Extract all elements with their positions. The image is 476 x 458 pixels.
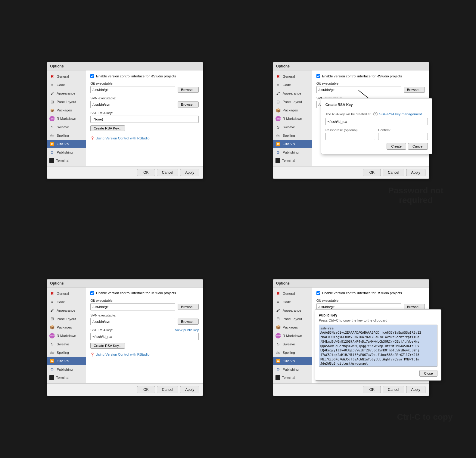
pane-layout-icon-3: ⊞ xyxy=(49,316,55,322)
sidebar-4-publishing[interactable]: ⚙ Publishing xyxy=(273,365,312,374)
sidebar-3-pane-layout[interactable]: ⊞ Pane Layout xyxy=(47,315,86,323)
sidebar-2-code[interactable]: ≡ Code xyxy=(273,81,312,89)
sidebar-3-sweave[interactable]: S Sweave xyxy=(47,340,86,348)
sidebar-4-terminal[interactable]: Terminal xyxy=(273,374,312,382)
sidebar-4-appearance[interactable]: 🖌 Appearance xyxy=(273,306,312,315)
sidebar-4-git-svn[interactable]: 🔀 Git/SVN xyxy=(273,357,312,365)
create-rsa-create-button[interactable]: Create xyxy=(387,143,406,150)
sidebar-item-appearance[interactable]: 🖌 Appearance xyxy=(47,89,86,98)
create-rsa-key-btn-3[interactable]: Create RSA Key... xyxy=(90,343,125,349)
svn-browse-button[interactable]: Browse... xyxy=(178,101,199,107)
create-rsa-key-button[interactable]: Create RSA Key... xyxy=(90,125,125,131)
cancel-button-2[interactable]: Cancel xyxy=(383,169,404,176)
dialog-footer-1: OK Cancel Apply xyxy=(47,166,203,179)
general-icon-2: R xyxy=(275,74,281,79)
cancel-button-1[interactable]: Cancel xyxy=(157,169,178,176)
sidebar-2-r-markdown[interactable]: Rmd R Markdown xyxy=(273,114,312,123)
svn-executable-input[interactable] xyxy=(90,101,175,108)
sidebar-3-terminal[interactable]: Terminal xyxy=(47,374,86,382)
ok-button-1[interactable]: OK xyxy=(137,169,155,176)
sidebar-2-publishing[interactable]: ⚙ Publishing xyxy=(273,148,312,157)
ssh-rsa-management-link[interactable]: SSH/RSA key management xyxy=(379,112,422,116)
using-vc-link[interactable]: Using Version Control with RStudio xyxy=(96,136,150,140)
using-vc-link-3[interactable]: Using Version Control with RStudio xyxy=(96,353,150,356)
pubkey-textarea[interactable]: ssh-rsa AAAAB3NzaC1yc2EAAAADAQABAAABAQD … xyxy=(319,325,437,367)
sidebar-2-general[interactable]: R General xyxy=(273,72,312,81)
sidebar-item-pane-layout[interactable]: ⊞ Pane Layout xyxy=(47,98,86,106)
git-browse-button[interactable]: Browse... xyxy=(178,87,199,93)
ok-button-2[interactable]: OK xyxy=(363,169,381,176)
sidebar-item-general[interactable]: R General xyxy=(47,72,86,81)
git-executable-label: Git executable: xyxy=(90,82,199,85)
sidebar-label-appearance: Appearance xyxy=(57,92,75,95)
enable-vcs-checkbox-4[interactable] xyxy=(316,291,320,295)
sidebar-3-appearance[interactable]: 🖌 Appearance xyxy=(47,306,86,315)
git-executable-input[interactable] xyxy=(90,86,175,93)
sidebar-item-spelling[interactable]: abc Spelling xyxy=(47,131,86,140)
sidebar-3-git-svn[interactable]: 🔀 Git/SVN xyxy=(47,357,86,365)
enable-vcs-checkbox-3[interactable] xyxy=(90,291,94,295)
sidebar-3-general[interactable]: R General xyxy=(47,289,86,298)
apply-button-4[interactable]: Apply xyxy=(406,386,425,393)
sidebar-item-code[interactable]: ≡ Code xyxy=(47,81,86,89)
r-markdown-icon: Rmd xyxy=(49,116,55,121)
git-input-3[interactable] xyxy=(90,303,175,310)
sidebar-2-sweave[interactable]: S Sweave xyxy=(273,123,312,131)
sidebar-item-publishing[interactable]: ⚙ Publishing xyxy=(47,148,86,157)
enable-vcs-checkbox[interactable] xyxy=(90,74,94,78)
sidebar-3-publishing[interactable]: ⚙ Publishing xyxy=(47,365,86,374)
enable-vcs-checkbox-2[interactable] xyxy=(316,74,320,78)
sidebar-2-appearance[interactable]: 🖌 Appearance xyxy=(273,89,312,98)
sidebar-2-pane-layout[interactable]: ⊞ Pane Layout xyxy=(273,98,312,106)
help-icon[interactable]: ? xyxy=(373,112,378,116)
sweave-icon: S xyxy=(49,124,55,130)
ssh-rsa-key-input[interactable] xyxy=(90,116,199,123)
sidebar-3-r-markdown[interactable]: Rmd R Markdown xyxy=(47,332,86,340)
apply-button-1[interactable]: Apply xyxy=(180,169,199,176)
sidebar-item-sweave[interactable]: S Sweave xyxy=(47,123,86,131)
cancel-button-4[interactable]: Cancel xyxy=(383,386,404,393)
git-input-2[interactable] xyxy=(316,86,401,93)
git-browse-3[interactable]: Browse... xyxy=(178,304,199,310)
ok-button-3[interactable]: OK xyxy=(137,386,155,393)
sidebar-4-spelling[interactable]: abc Spelling xyxy=(273,348,312,357)
sidebar-2-git-svn[interactable]: 🔀 Git/SVN xyxy=(273,140,312,148)
sidebar-4-pane-layout[interactable]: ⊞ Pane Layout xyxy=(273,315,312,323)
confirm-label: Confirm: xyxy=(378,128,428,132)
sidebar-4-code[interactable]: ≡ Code xyxy=(273,298,312,306)
cancel-button-3[interactable]: Cancel xyxy=(157,386,178,393)
pubkey-instruction: Press Ctrl+C to copy the key to the clip… xyxy=(319,319,437,322)
sidebar-3-code[interactable]: ≡ Code xyxy=(47,298,86,306)
sidebar-2-terminal[interactable]: Terminal xyxy=(273,157,312,164)
sidebar-4-general[interactable]: R General xyxy=(273,289,312,298)
git-browse-2[interactable]: Browse... xyxy=(404,87,425,93)
sidebar-2-packages[interactable]: 📦 Packages xyxy=(273,106,312,114)
sidebar-item-packages[interactable]: 📦 Packages xyxy=(47,106,86,114)
sidebar-item-r-markdown[interactable]: Rmd R Markdown xyxy=(47,114,86,123)
sidebar-3-packages[interactable]: 📦 Packages xyxy=(47,323,86,332)
svn-executable-group: SVN executable: Browse... xyxy=(90,96,199,108)
sidebar-4-sweave[interactable]: S Sweave xyxy=(273,340,312,348)
confirm-passphrase-input[interactable] xyxy=(378,133,428,140)
options-dialog-bottom-left: Options R General ≡ Code 🖌 Appearance ⊞ … xyxy=(47,279,203,396)
sidebar-4-r-markdown[interactable]: Rmd R Markdown xyxy=(273,332,312,340)
ok-button-4[interactable]: OK xyxy=(363,386,381,393)
create-rsa-cancel-button[interactable]: Cancel xyxy=(408,143,428,150)
rsa-path-input[interactable] xyxy=(325,118,428,125)
apply-button-2[interactable]: Apply xyxy=(406,169,425,176)
sidebar-3-spelling[interactable]: abc Spelling xyxy=(47,348,86,357)
passphrase-input[interactable] xyxy=(325,133,375,140)
sidebar-2-spelling[interactable]: abc Spelling xyxy=(273,131,312,140)
ssh-key-input-3[interactable] xyxy=(90,333,199,340)
code-icon-2: ≡ xyxy=(275,82,281,88)
sidebar-4-packages[interactable]: 📦 Packages xyxy=(273,323,312,332)
dialog-footer-2: OK Cancel Apply xyxy=(273,166,429,179)
view-public-key-link[interactable]: View public key xyxy=(175,328,199,332)
pubkey-close-button[interactable]: Close xyxy=(419,370,437,377)
sidebar-item-git-svn[interactable]: 🔀 Git/SVN xyxy=(47,140,86,148)
svn-browse-3[interactable]: Browse... xyxy=(178,319,199,325)
apply-button-3[interactable]: Apply xyxy=(180,386,199,393)
git-browse-4[interactable]: Browse... xyxy=(404,304,425,310)
svn-input-3[interactable] xyxy=(90,318,175,325)
sidebar-item-terminal[interactable]: Terminal xyxy=(47,157,86,164)
